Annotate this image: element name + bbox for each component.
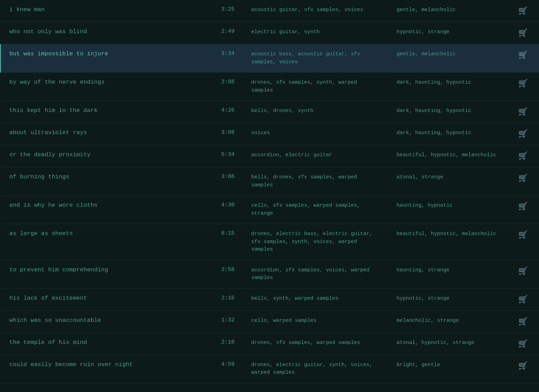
add-to-cart-icon[interactable]: 🛒 [518,80,528,88]
track-moods: hypnotic, strange [388,288,506,310]
track-cart-cell: 🛒 [507,22,539,44]
add-to-cart-icon[interactable]: 🛒 [518,108,528,116]
track-moods: beautiful, hypnotic, melancholic [388,224,506,260]
track-duration: 3:08 [205,123,243,145]
track-duration: 3:34 [205,44,243,73]
track-cart-cell: 🛒 [507,101,539,123]
track-instruments: drones, sfx samples, warped samples [243,333,388,355]
track-instruments: cello, warped samples [243,310,388,333]
add-to-cart-icon[interactable]: 🛒 [518,203,528,211]
track-row[interactable]: could easily become ruin over night 4:59… [1,355,539,383]
track-table: i knew man 3:25 acoustic guitar, sfx sam… [0,0,539,383]
track-title: and is why he wore cloths [1,196,205,224]
track-duration: 2:16 [205,288,243,310]
track-cart-cell: 🛒 [507,355,539,383]
track-row[interactable]: his lack of excitement 2:16 bells, synth… [1,288,539,310]
add-to-cart-icon[interactable]: 🛒 [518,130,528,139]
track-title: which was so unaccountable [1,310,205,333]
track-instruments: accordion, electric guitar [243,145,388,167]
track-cart-cell: 🛒 [507,333,539,355]
track-moods: gentle, melancholic [388,0,506,22]
track-moods: haunting, strange [388,260,506,288]
track-moods: bright, gentle [388,355,506,383]
track-instruments: accordion, sfx samples, voices, warped s… [243,260,388,288]
track-moods: beautiful, hypnotic, melancholic [388,145,506,167]
add-to-cart-icon[interactable]: 🛒 [518,152,528,161]
track-row[interactable]: the temple of his mind 2:10 drones, sfx … [1,333,539,355]
track-cart-cell: 🛒 [507,44,539,73]
track-title: by way of the nerve endings [1,73,205,101]
track-row[interactable]: this kept him in the dark 4:26 bells, dr… [1,101,539,123]
track-moods: atonal, hypnotic, strange [388,333,506,355]
add-to-cart-icon[interactable]: 🛒 [518,231,528,240]
track-instruments: bells, drones, sfx samples, warped sampl… [243,167,388,196]
track-row[interactable]: but was impossible to injure 3:34 acoust… [1,44,539,73]
track-row[interactable]: about ultraviolet rays 3:08 voices dark,… [1,123,539,145]
track-row[interactable]: which was so unaccountable 1:32 cello, w… [1,310,539,333]
track-duration: 2:10 [205,333,243,355]
track-duration: 1:32 [205,310,243,333]
track-duration: 5:34 [205,145,243,167]
add-to-cart-icon[interactable]: 🛒 [518,29,528,38]
track-title: who not only was blind [1,22,205,44]
add-to-cart-icon[interactable]: 🛒 [518,267,528,276]
track-cart-cell: 🛒 [507,167,539,196]
track-row[interactable]: i knew man 3:25 acoustic guitar, sfx sam… [1,0,539,22]
track-duration: 3:25 [205,0,243,22]
track-duration: 2:49 [205,22,243,44]
track-moods: haunting, hypnotic [388,196,506,224]
track-row[interactable]: who not only was blind 2:49 electric gui… [1,22,539,44]
add-to-cart-icon[interactable]: 🛒 [518,51,528,60]
track-instruments: bells, synth, warped samples [243,288,388,310]
track-moods: dark, haunting, hypnotic [388,73,506,101]
track-cart-cell: 🛒 [507,73,539,101]
track-instruments: voices [243,123,388,145]
track-instruments: drones, electric bass, electric guitar, … [243,224,388,260]
track-title: his lack of excitement [1,288,205,310]
track-moods: melancholic, strange [388,310,506,333]
track-moods: hypnotic, strange [388,22,506,44]
track-cart-cell: 🛒 [507,196,539,224]
add-to-cart-icon[interactable]: 🛒 [518,340,528,348]
track-title: about ultraviolet rays [1,123,205,145]
track-title: or the deadly proximity [1,145,205,167]
add-to-cart-icon[interactable]: 🛒 [518,362,528,371]
track-title: the temple of his mind [1,333,205,355]
track-cart-cell: 🛒 [507,145,539,167]
track-duration: 2:08 [205,73,243,101]
track-row[interactable]: as large as sheets 6:15 drones, electric… [1,224,539,260]
add-to-cart-icon[interactable]: 🛒 [518,7,528,16]
track-instruments: acoustic guitar, sfx samples, voices [243,0,388,22]
track-title: as large as sheets [1,224,205,260]
track-instruments: acoustic bass, acoustic guitar, sfx samp… [243,44,388,73]
track-duration: 2:58 [205,260,243,288]
track-moods: dark, haunting, hypnotic [388,101,506,123]
add-to-cart-icon[interactable]: 🛒 [518,174,528,183]
track-duration: 4:26 [205,101,243,123]
track-duration: 4:59 [205,355,243,383]
track-moods: gentle, melancholic [388,44,506,73]
add-to-cart-icon[interactable]: 🛒 [518,318,528,326]
track-row[interactable]: of burning things 3:08 bells, drones, sf… [1,167,539,196]
track-duration: 4:30 [205,196,243,224]
track-instruments: electric guitar, synth [243,22,388,44]
track-cart-cell: 🛒 [507,288,539,310]
track-row[interactable]: to prevent him comprehending 2:58 accord… [1,260,539,288]
track-instruments: drones, sfx samples, synth, warped sampl… [243,73,388,101]
track-cart-cell: 🛒 [507,260,539,288]
add-to-cart-icon[interactable]: 🛒 [518,296,528,304]
track-duration: 6:15 [205,224,243,260]
track-title: to prevent him comprehending [1,260,205,288]
track-cart-cell: 🛒 [507,0,539,22]
track-cart-cell: 🛒 [507,310,539,333]
track-duration: 3:08 [205,167,243,196]
track-title: i knew man [1,0,205,22]
track-cart-cell: 🛒 [507,224,539,260]
track-title: could easily become ruin over night [1,355,205,383]
track-row[interactable]: or the deadly proximity 5:34 accordion, … [1,145,539,167]
track-row[interactable]: and is why he wore cloths 4:30 cello, sf… [1,196,539,224]
track-moods: atonal, strange [388,167,506,196]
track-row[interactable]: by way of the nerve endings 2:08 drones,… [1,73,539,101]
track-instruments: bells, drones, synth [243,101,388,123]
track-moods: dark, haunting, hypnotic [388,123,506,145]
